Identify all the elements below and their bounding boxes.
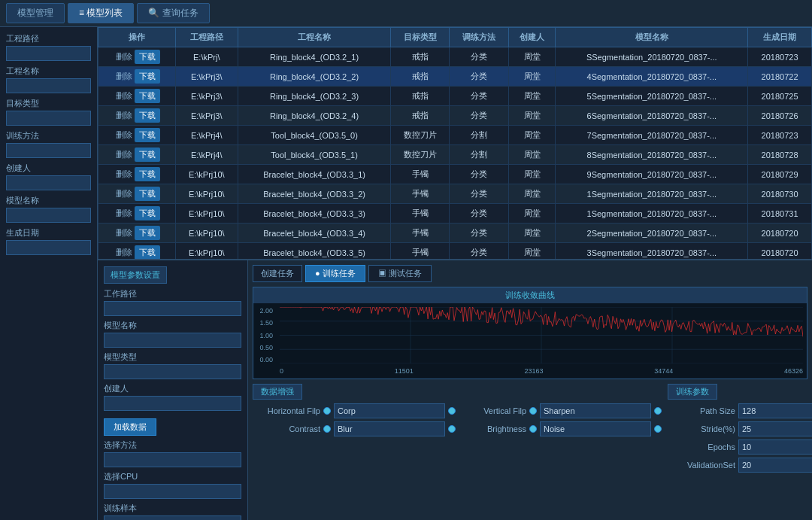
download-button[interactable]: 下载 bbox=[135, 245, 160, 259]
table-row[interactable]: 删除下载E:\kPrj4\Tool_block4_(OD3.5_0)数控刀片分割… bbox=[98, 126, 812, 145]
proj-name-input[interactable] bbox=[6, 78, 91, 93]
model-table: 操作 工程路径 工程名称 目标类型 调练方法 创建人 模型名称 生成日期 删除下… bbox=[98, 27, 812, 259]
select-method-field: 选择方法 bbox=[104, 439, 241, 467]
brightness-value-input[interactable] bbox=[540, 421, 651, 436]
hflip-right-toggle[interactable] bbox=[448, 407, 456, 415]
table-cell: 分割 bbox=[450, 126, 508, 145]
table-row[interactable]: 删除下载E:\kPrj10\Bracelet_block4_(OD3.3_3)手… bbox=[98, 204, 812, 224]
epochs-input[interactable] bbox=[738, 439, 812, 455]
table-row[interactable]: 删除下载E:\kPrj4\Tool_block4_(OD3.5_1)数控刀片分割… bbox=[98, 145, 812, 165]
delete-button[interactable]: 删除 bbox=[114, 148, 135, 161]
select-method-input[interactable] bbox=[104, 452, 241, 467]
table-row[interactable]: 删除下载E:\kPrj3\Ring_block4_(OD3.2_2)戒指分类周堂… bbox=[98, 67, 812, 87]
action-cell: 删除下载 bbox=[98, 243, 176, 260]
table-row[interactable]: 删除下载E:\kPrj10\Bracelet_block4_(OD3.3_2)手… bbox=[98, 184, 812, 204]
hflip-toggle[interactable] bbox=[323, 407, 331, 415]
train-method-input[interactable] bbox=[6, 143, 91, 158]
work-path-input[interactable] bbox=[104, 301, 241, 316]
download-button[interactable]: 下载 bbox=[135, 89, 160, 103]
table-row[interactable]: 删除下载E:\kPrj10\Bracelet_block4_(OD3.3_4)手… bbox=[98, 224, 812, 243]
validation-set-input[interactable] bbox=[738, 458, 812, 473]
test-task-tab[interactable]: ▣ 测试任务 bbox=[368, 265, 432, 282]
model-type-input[interactable] bbox=[104, 364, 241, 379]
action-cell: 删除下载 bbox=[98, 224, 176, 243]
delete-button[interactable]: 删除 bbox=[114, 90, 135, 102]
path-size-input[interactable] bbox=[738, 403, 812, 418]
data-augment-title: 数据增强 bbox=[253, 384, 302, 400]
delete-button[interactable]: 删除 bbox=[114, 227, 135, 239]
bottom-sidebar: 模型参数设置 工作路径 模型名称 模型类型 创建人 加载数据 bbox=[98, 260, 248, 520]
brightness-toggle[interactable] bbox=[529, 425, 537, 433]
vflip-right-toggle[interactable] bbox=[654, 407, 662, 415]
action-cell: 删除下载 bbox=[98, 106, 176, 126]
vflip-value-input[interactable] bbox=[540, 403, 651, 418]
table-cell: 周堂 bbox=[508, 106, 556, 126]
tab-model-list[interactable]: ≡ 模型列表 bbox=[68, 3, 134, 23]
bottom-creator-input[interactable] bbox=[104, 396, 241, 411]
table-cell: 数控刀片 bbox=[391, 126, 450, 145]
augment-item-contrast: Contrast bbox=[253, 421, 456, 436]
download-button[interactable]: 下载 bbox=[135, 147, 160, 162]
stride-input[interactable] bbox=[738, 421, 812, 436]
action-cell: 删除下载 bbox=[98, 184, 176, 204]
target-type-input[interactable] bbox=[6, 111, 91, 126]
delete-button[interactable]: 删除 bbox=[114, 246, 135, 259]
delete-button[interactable]: 删除 bbox=[114, 129, 135, 141]
sidebar-proj-name: 工程名称 bbox=[6, 65, 91, 93]
params-row: 数据增强 Horizontal Filp Vertical Filp bbox=[253, 384, 807, 520]
table-row[interactable]: 删除下载E:\kPrj10\Bracelet_block4_(OD3.3_5)手… bbox=[98, 243, 812, 260]
create-date-input[interactable] bbox=[6, 240, 91, 255]
table-cell: 分类 bbox=[450, 165, 508, 184]
table-cell: 周堂 bbox=[508, 204, 556, 224]
hflip-value-input[interactable] bbox=[334, 403, 445, 418]
model-name-input[interactable] bbox=[6, 208, 91, 223]
select-cpu-input[interactable] bbox=[104, 484, 241, 499]
chart-title: 训练收敛曲线 bbox=[253, 287, 807, 303]
delete-button[interactable]: 删除 bbox=[114, 70, 135, 83]
delete-button[interactable]: 删除 bbox=[114, 109, 135, 122]
table-cell: Bracelet_block4_(OD3.3_3) bbox=[238, 204, 391, 224]
download-button[interactable]: 下载 bbox=[135, 50, 160, 64]
table-cell: 20180729 bbox=[748, 165, 812, 184]
table-cell: Ring_block4_(OD3.2_4) bbox=[238, 106, 391, 126]
sidebar-train-method: 训练方法 bbox=[6, 130, 91, 158]
bottom-model-name-input[interactable] bbox=[104, 333, 241, 348]
delete-button[interactable]: 删除 bbox=[114, 168, 135, 181]
download-button[interactable]: 下载 bbox=[135, 69, 160, 84]
table-cell: 数控刀片 bbox=[391, 145, 450, 165]
download-button[interactable]: 下载 bbox=[135, 206, 160, 220]
proj-path-input[interactable] bbox=[6, 46, 91, 61]
vflip-toggle[interactable] bbox=[529, 407, 537, 415]
contrast-toggle[interactable] bbox=[323, 425, 331, 433]
training-params-grid: Path Size Stride(%) Epochs bbox=[668, 403, 812, 473]
contrast-value-input[interactable] bbox=[334, 421, 445, 436]
train-sample-input[interactable] bbox=[104, 515, 241, 520]
table-cell: 戒指 bbox=[391, 67, 450, 87]
add-data-button[interactable]: 加载数据 bbox=[104, 418, 156, 436]
download-button[interactable]: 下载 bbox=[135, 187, 160, 201]
tab-model-manage[interactable]: 模型管理 bbox=[6, 3, 65, 23]
download-button[interactable]: 下载 bbox=[135, 226, 160, 240]
table-row[interactable]: 删除下载E:\kPrj10\Bracelet_block4_(OD3.3_1)手… bbox=[98, 165, 812, 184]
content-area: 操作 工程路径 工程名称 目标类型 调练方法 创建人 模型名称 生成日期 删除下… bbox=[98, 27, 812, 520]
delete-button[interactable]: 删除 bbox=[114, 207, 135, 220]
train-task-tab[interactable]: ● 训练任务 bbox=[305, 265, 365, 282]
create-task-button[interactable]: 创建任务 bbox=[253, 265, 302, 282]
col-header-creator: 创建人 bbox=[508, 28, 556, 47]
table-row[interactable]: 删除下载E:\kPrj\Ring_block4_(OD3.2_1)戒指分类周堂S… bbox=[98, 47, 812, 67]
table-cell: 20180731 bbox=[748, 204, 812, 224]
download-button[interactable]: 下载 bbox=[135, 108, 160, 123]
download-button[interactable]: 下载 bbox=[135, 128, 160, 142]
table-row[interactable]: 删除下载E:\kPrj3\Ring_block4_(OD3.2_4)戒指分类周堂… bbox=[98, 106, 812, 126]
delete-button[interactable]: 删除 bbox=[114, 187, 135, 200]
creator-input[interactable] bbox=[6, 175, 91, 190]
table-cell: E:\kPrj10\ bbox=[175, 184, 238, 204]
table-scroll[interactable]: 操作 工程路径 工程名称 目标类型 调练方法 创建人 模型名称 生成日期 删除下… bbox=[98, 27, 812, 259]
delete-button[interactable]: 删除 bbox=[114, 50, 135, 63]
tab-query-task[interactable]: 🔍 查询任务 bbox=[137, 3, 209, 23]
download-button[interactable]: 下载 bbox=[135, 167, 160, 181]
table-row[interactable]: 删除下载E:\kPrj3\Ring_block4_(OD3.2_3)戒指分类周堂… bbox=[98, 87, 812, 106]
action-cell: 删除下载 bbox=[98, 126, 176, 145]
brightness-right-toggle[interactable] bbox=[654, 425, 662, 433]
contrast-right-toggle[interactable] bbox=[448, 425, 456, 433]
